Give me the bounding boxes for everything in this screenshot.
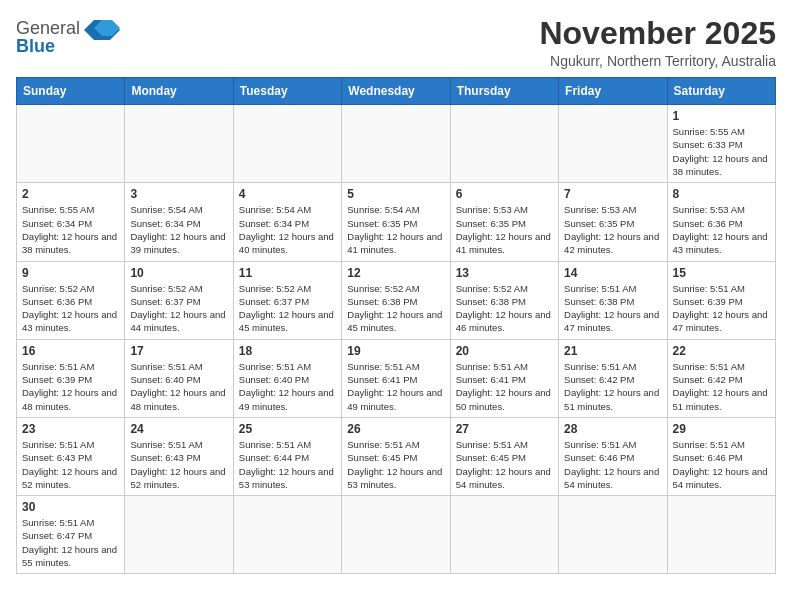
calendar-day-cell <box>125 105 233 183</box>
day-number: 4 <box>239 187 336 201</box>
calendar-header-row: SundayMondayTuesdayWednesdayThursdayFrid… <box>17 78 776 105</box>
calendar-day-cell: 26Sunrise: 5:51 AMSunset: 6:45 PMDayligh… <box>342 417 450 495</box>
calendar-header-tuesday: Tuesday <box>233 78 341 105</box>
day-info: Sunrise: 5:51 AMSunset: 6:41 PMDaylight:… <box>347 360 444 413</box>
day-number: 3 <box>130 187 227 201</box>
day-number: 6 <box>456 187 553 201</box>
calendar-day-cell <box>125 496 233 574</box>
day-info: Sunrise: 5:51 AMSunset: 6:39 PMDaylight:… <box>673 282 770 335</box>
calendar-day-cell: 6Sunrise: 5:53 AMSunset: 6:35 PMDaylight… <box>450 183 558 261</box>
day-info: Sunrise: 5:51 AMSunset: 6:43 PMDaylight:… <box>22 438 119 491</box>
calendar-day-cell <box>342 105 450 183</box>
logo-icon <box>84 16 120 40</box>
day-number: 9 <box>22 266 119 280</box>
calendar-day-cell: 12Sunrise: 5:52 AMSunset: 6:38 PMDayligh… <box>342 261 450 339</box>
day-number: 12 <box>347 266 444 280</box>
calendar-day-cell <box>667 496 775 574</box>
calendar-day-cell <box>233 496 341 574</box>
day-number: 8 <box>673 187 770 201</box>
day-number: 11 <box>239 266 336 280</box>
calendar-header-wednesday: Wednesday <box>342 78 450 105</box>
day-info: Sunrise: 5:52 AMSunset: 6:36 PMDaylight:… <box>22 282 119 335</box>
day-info: Sunrise: 5:51 AMSunset: 6:42 PMDaylight:… <box>673 360 770 413</box>
day-number: 5 <box>347 187 444 201</box>
day-number: 2 <box>22 187 119 201</box>
day-number: 7 <box>564 187 661 201</box>
calendar-day-cell: 18Sunrise: 5:51 AMSunset: 6:40 PMDayligh… <box>233 339 341 417</box>
day-info: Sunrise: 5:55 AMSunset: 6:33 PMDaylight:… <box>673 125 770 178</box>
day-number: 1 <box>673 109 770 123</box>
calendar-day-cell: 8Sunrise: 5:53 AMSunset: 6:36 PMDaylight… <box>667 183 775 261</box>
calendar-day-cell: 5Sunrise: 5:54 AMSunset: 6:35 PMDaylight… <box>342 183 450 261</box>
day-number: 17 <box>130 344 227 358</box>
day-number: 14 <box>564 266 661 280</box>
logo: General Blue <box>16 16 120 57</box>
calendar-day-cell: 29Sunrise: 5:51 AMSunset: 6:46 PMDayligh… <box>667 417 775 495</box>
day-number: 15 <box>673 266 770 280</box>
day-info: Sunrise: 5:51 AMSunset: 6:38 PMDaylight:… <box>564 282 661 335</box>
day-info: Sunrise: 5:51 AMSunset: 6:46 PMDaylight:… <box>564 438 661 491</box>
day-number: 22 <box>673 344 770 358</box>
calendar-day-cell <box>233 105 341 183</box>
calendar-day-cell <box>17 105 125 183</box>
day-number: 13 <box>456 266 553 280</box>
calendar-day-cell: 17Sunrise: 5:51 AMSunset: 6:40 PMDayligh… <box>125 339 233 417</box>
calendar-header-friday: Friday <box>559 78 667 105</box>
month-title: November 2025 <box>539 16 776 51</box>
calendar-day-cell: 27Sunrise: 5:51 AMSunset: 6:45 PMDayligh… <box>450 417 558 495</box>
calendar-day-cell <box>450 496 558 574</box>
calendar-day-cell: 20Sunrise: 5:51 AMSunset: 6:41 PMDayligh… <box>450 339 558 417</box>
day-info: Sunrise: 5:54 AMSunset: 6:34 PMDaylight:… <box>130 203 227 256</box>
day-info: Sunrise: 5:55 AMSunset: 6:34 PMDaylight:… <box>22 203 119 256</box>
day-info: Sunrise: 5:54 AMSunset: 6:34 PMDaylight:… <box>239 203 336 256</box>
day-number: 28 <box>564 422 661 436</box>
day-info: Sunrise: 5:54 AMSunset: 6:35 PMDaylight:… <box>347 203 444 256</box>
day-number: 18 <box>239 344 336 358</box>
location-subtitle: Ngukurr, Northern Territory, Australia <box>539 53 776 69</box>
day-number: 26 <box>347 422 444 436</box>
day-info: Sunrise: 5:53 AMSunset: 6:35 PMDaylight:… <box>564 203 661 256</box>
calendar-day-cell <box>559 496 667 574</box>
day-info: Sunrise: 5:52 AMSunset: 6:37 PMDaylight:… <box>130 282 227 335</box>
calendar-day-cell: 1Sunrise: 5:55 AMSunset: 6:33 PMDaylight… <box>667 105 775 183</box>
day-number: 27 <box>456 422 553 436</box>
day-info: Sunrise: 5:51 AMSunset: 6:40 PMDaylight:… <box>239 360 336 413</box>
day-number: 30 <box>22 500 119 514</box>
calendar-day-cell: 19Sunrise: 5:51 AMSunset: 6:41 PMDayligh… <box>342 339 450 417</box>
day-info: Sunrise: 5:52 AMSunset: 6:38 PMDaylight:… <box>456 282 553 335</box>
calendar-header-saturday: Saturday <box>667 78 775 105</box>
calendar-day-cell: 24Sunrise: 5:51 AMSunset: 6:43 PMDayligh… <box>125 417 233 495</box>
calendar-header-thursday: Thursday <box>450 78 558 105</box>
calendar-day-cell: 3Sunrise: 5:54 AMSunset: 6:34 PMDaylight… <box>125 183 233 261</box>
calendar-day-cell: 22Sunrise: 5:51 AMSunset: 6:42 PMDayligh… <box>667 339 775 417</box>
calendar-day-cell: 16Sunrise: 5:51 AMSunset: 6:39 PMDayligh… <box>17 339 125 417</box>
calendar-header-monday: Monday <box>125 78 233 105</box>
calendar-day-cell: 14Sunrise: 5:51 AMSunset: 6:38 PMDayligh… <box>559 261 667 339</box>
day-info: Sunrise: 5:52 AMSunset: 6:38 PMDaylight:… <box>347 282 444 335</box>
day-info: Sunrise: 5:51 AMSunset: 6:42 PMDaylight:… <box>564 360 661 413</box>
calendar-week-row: 9Sunrise: 5:52 AMSunset: 6:36 PMDaylight… <box>17 261 776 339</box>
calendar-header-sunday: Sunday <box>17 78 125 105</box>
day-info: Sunrise: 5:51 AMSunset: 6:45 PMDaylight:… <box>347 438 444 491</box>
day-info: Sunrise: 5:51 AMSunset: 6:47 PMDaylight:… <box>22 516 119 569</box>
day-number: 19 <box>347 344 444 358</box>
calendar-week-row: 23Sunrise: 5:51 AMSunset: 6:43 PMDayligh… <box>17 417 776 495</box>
calendar-week-row: 30Sunrise: 5:51 AMSunset: 6:47 PMDayligh… <box>17 496 776 574</box>
calendar-day-cell <box>559 105 667 183</box>
calendar-day-cell: 21Sunrise: 5:51 AMSunset: 6:42 PMDayligh… <box>559 339 667 417</box>
day-number: 24 <box>130 422 227 436</box>
day-info: Sunrise: 5:51 AMSunset: 6:39 PMDaylight:… <box>22 360 119 413</box>
title-area: November 2025 Ngukurr, Northern Territor… <box>539 16 776 69</box>
day-info: Sunrise: 5:51 AMSunset: 6:40 PMDaylight:… <box>130 360 227 413</box>
calendar-day-cell: 4Sunrise: 5:54 AMSunset: 6:34 PMDaylight… <box>233 183 341 261</box>
calendar-week-row: 2Sunrise: 5:55 AMSunset: 6:34 PMDaylight… <box>17 183 776 261</box>
calendar-week-row: 1Sunrise: 5:55 AMSunset: 6:33 PMDaylight… <box>17 105 776 183</box>
day-info: Sunrise: 5:53 AMSunset: 6:35 PMDaylight:… <box>456 203 553 256</box>
calendar-day-cell <box>342 496 450 574</box>
calendar-day-cell: 10Sunrise: 5:52 AMSunset: 6:37 PMDayligh… <box>125 261 233 339</box>
calendar-day-cell: 13Sunrise: 5:52 AMSunset: 6:38 PMDayligh… <box>450 261 558 339</box>
calendar-day-cell: 28Sunrise: 5:51 AMSunset: 6:46 PMDayligh… <box>559 417 667 495</box>
calendar-day-cell: 15Sunrise: 5:51 AMSunset: 6:39 PMDayligh… <box>667 261 775 339</box>
day-info: Sunrise: 5:51 AMSunset: 6:45 PMDaylight:… <box>456 438 553 491</box>
day-number: 21 <box>564 344 661 358</box>
